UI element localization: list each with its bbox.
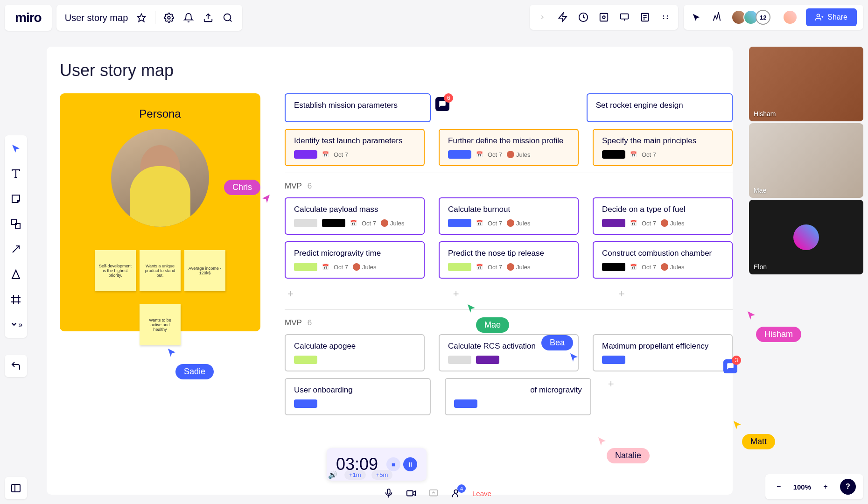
export-icon[interactable] [202,12,214,24]
add-5m-button[interactable]: +5m [371,470,393,480]
star-icon[interactable] [135,12,147,24]
camera-icon[interactable] [405,487,417,499]
svg-point-1 [168,16,171,19]
tag [294,219,317,227]
divider [285,309,733,310]
select-icon[interactable] [8,141,23,156]
video-tile[interactable]: Hisham [749,47,863,121]
sticky-note[interactable]: Wants to be active and healthy [140,304,181,345]
video-tile[interactable]: Elon [749,200,863,274]
story-card[interactable]: Calculate burnout 📅Oct 7Jules [439,197,579,235]
frame-icon[interactable] [8,292,23,307]
comment-icon[interactable]: 6 [435,97,449,111]
svg-point-16 [667,15,668,17]
board-title[interactable]: User story map [65,13,128,23]
frame-title: User story map [60,61,720,80]
add-card-button[interactable]: + [616,285,628,303]
persona-card[interactable]: Persona Self-development is the highest … [60,93,260,331]
bell-icon[interactable] [182,12,195,24]
participants-button[interactable]: 4 [450,487,462,499]
more-tools-icon[interactable]: » [8,317,23,332]
add-card-button[interactable]: + [605,375,617,392]
svg-rect-35 [430,490,438,496]
cursor-icon[interactable] [690,11,702,23]
section-label[interactable]: MVP6 [285,182,733,191]
sticky-note-icon[interactable] [8,191,23,206]
svg-rect-31 [387,489,390,494]
add-card-button[interactable]: + [285,285,296,303]
logo-box[interactable]: miro [5,5,52,31]
settings-icon[interactable] [163,12,175,24]
zoom-value[interactable]: 100% [793,483,811,491]
cursor-natalie: Natalie [607,448,650,463]
sticky-note[interactable]: Average income - 120k$ [184,250,225,291]
my-avatar[interactable] [783,10,798,25]
svg-rect-9 [621,14,629,19]
share-label: Share [827,13,847,21]
avatar-overflow: 12 [756,10,770,25]
persona-title: Persona [74,107,246,120]
sticky-note[interactable]: Wants a unique product to stand out. [140,250,181,291]
chevron-right-icon[interactable] [536,11,548,23]
svg-point-19 [817,14,820,17]
sticky-row: Self-development is the highest priority… [74,250,246,345]
more-apps-icon[interactable] [659,11,672,23]
story-card[interactable]: Construct combustion chamber 📅Oct 7Jules [593,241,733,279]
search-icon[interactable] [222,12,234,24]
shapes-icon[interactable] [8,217,23,231]
reactions-icon[interactable] [711,11,723,23]
cursor-sadie: Sadie [175,364,214,379]
pen-icon[interactable] [8,267,23,282]
share-button[interactable]: Share [806,8,857,26]
story-card[interactable]: Decide on a type of fuel 📅Oct 7Jules [593,197,733,235]
svg-point-18 [667,18,668,19]
timer-icon[interactable] [577,11,589,23]
video-tile[interactable]: Mae [749,123,863,198]
help-button[interactable]: ? [840,479,856,495]
story-card[interactable]: User onboarding [285,378,431,415]
presentation-icon[interactable] [618,11,630,23]
tag [602,219,625,227]
svg-rect-37 [12,484,20,492]
panel-toggle-button[interactable] [5,477,27,499]
undo-button[interactable] [5,355,27,377]
zoom-in-button[interactable]: + [819,481,832,493]
tag [448,150,471,159]
timer-pause-button[interactable]: ⏸ [403,457,417,471]
tag [602,356,625,364]
tag [294,263,317,271]
text-icon[interactable] [8,166,23,181]
arrow-icon[interactable] [8,242,23,257]
video-panel: Hisham Mae Elon [749,47,863,274]
story-card[interactable]: Predict the nose tip release 📅Oct 7Jules [439,241,579,279]
screenshare-icon[interactable] [427,487,440,499]
lightning-icon[interactable] [557,11,569,23]
notes-icon[interactable] [639,11,651,23]
svg-point-17 [663,18,665,19]
story-card[interactable]: of microgravity [445,378,591,415]
comment-icon[interactable]: 3 [723,359,737,373]
add-1m-button[interactable]: +1m [344,470,366,480]
svg-marker-0 [138,14,146,22]
leave-button[interactable]: Leave [472,490,491,497]
sticky-note[interactable]: Self-development is the highest priority… [95,250,136,291]
add-card-button[interactable]: + [450,285,462,303]
mic-icon[interactable] [383,487,395,499]
canvas-frame[interactable]: User story map Persona Self-development … [47,47,733,495]
voting-icon[interactable] [598,11,610,23]
story-card[interactable]: Identify test launch parameters 📅Oct 7 [285,129,425,166]
divider [155,11,155,24]
story-card[interactable]: Calculate payload mass 📅Oct 7Jules [285,197,425,235]
story-card[interactable]: Calculate apogee [285,334,425,371]
activity-card[interactable]: Set rocket engine design [587,93,733,122]
story-card[interactable]: Specify the main principles 📅Oct 7 [593,129,733,166]
zoom-out-button[interactable]: − [773,481,785,493]
tag [448,219,471,227]
story-card[interactable]: Maximum propellant efficiency [593,334,733,371]
story-card[interactable]: Predict microgravity time 📅Oct 7Jules [285,241,425,279]
svg-point-8 [603,16,606,19]
presence-avatars[interactable]: 12 [731,10,770,25]
story-card[interactable]: Further define the mission profile 📅Oct … [439,129,579,166]
sound-icon[interactable]: 🔊 [327,469,339,481]
activity-card[interactable]: Establish mission parameters [285,93,431,122]
